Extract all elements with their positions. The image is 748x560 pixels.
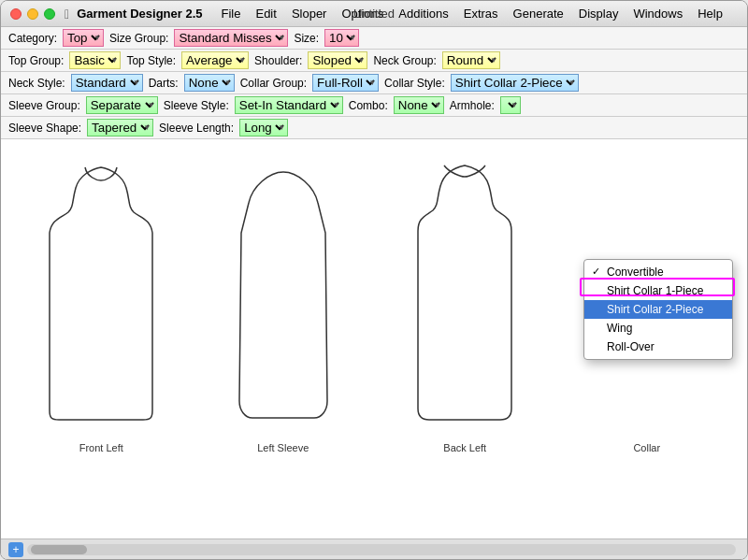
panel-label-front-left: Front Left xyxy=(79,442,123,453)
traffic-lights xyxy=(10,8,55,20)
menu-extras[interactable]: Extras xyxy=(456,5,506,22)
armhole-select[interactable] xyxy=(500,96,521,114)
sleeve-style-wrapper: Set-In Standard xyxy=(235,96,343,114)
menu-windows[interactable]: Windows xyxy=(626,5,690,22)
panel-front-left: Front Left xyxy=(10,158,193,453)
menu-additions[interactable]: Additions xyxy=(391,5,455,22)
sleeve-group-label: Sleeve Group: xyxy=(8,99,80,112)
top-group-select[interactable]: Basic xyxy=(69,51,121,69)
title-bar:  Garment Designer 2.5 File Edit Sloper … xyxy=(1,1,747,27)
collar-group-wrapper: Full-Roll xyxy=(312,74,379,92)
darts-select[interactable]: None xyxy=(184,74,235,92)
armhole-label: Armhole: xyxy=(450,99,495,112)
sleeve-shape-label: Sleeve Shape: xyxy=(8,122,81,135)
combo-label: Combo: xyxy=(349,99,388,112)
neck-group-label: Neck Group: xyxy=(373,54,436,67)
toolbar-container: Category: Top Size Group: Standard Misse… xyxy=(1,27,747,139)
status-left: + xyxy=(8,542,23,557)
pattern-svg-back-left xyxy=(409,158,521,438)
scrollbar-thumb[interactable] xyxy=(31,545,87,554)
size-group-label: Size Group: xyxy=(109,32,168,45)
category-wrapper: Top xyxy=(63,29,104,47)
sleeve-length-select[interactable]: Long xyxy=(239,119,288,136)
status-bar: + xyxy=(1,538,747,559)
top-style-wrapper: Average xyxy=(181,51,249,69)
size-group-select[interactable]: Standard Misses xyxy=(174,29,288,47)
top-style-label: Top Style: xyxy=(126,54,176,67)
menu-help[interactable]: Help xyxy=(690,5,730,22)
maximize-button[interactable] xyxy=(44,8,55,20)
pattern-canvas-left-sleeve xyxy=(232,158,335,438)
menu-options[interactable]: Options xyxy=(334,5,391,22)
shoulder-label: Shoulder: xyxy=(254,54,302,67)
neck-style-select[interactable]: Standard xyxy=(71,74,143,92)
size-label: Size: xyxy=(294,32,319,45)
neck-group-wrapper: Round xyxy=(442,51,500,69)
dropdown-item-roll-over[interactable]: Roll-Over xyxy=(584,337,732,356)
add-button[interactable]: + xyxy=(8,542,23,557)
sleeve-shape-select[interactable]: Tapered xyxy=(87,119,153,136)
sleeve-group-select[interactable]: Separate xyxy=(86,96,158,114)
toolbar-row-1: Category: Top Size Group: Standard Misse… xyxy=(1,27,747,50)
neck-style-label: Neck Style: xyxy=(8,77,65,90)
dropdown-item-shirt-collar-1[interactable]: Shirt Collar 1-Piece xyxy=(584,281,732,300)
top-style-select[interactable]: Average xyxy=(181,51,249,69)
darts-label: Darts: xyxy=(149,77,179,90)
collar-style-select[interactable]: Shirt Collar 2-Piece xyxy=(451,74,579,92)
horizontal-scrollbar[interactable] xyxy=(27,544,736,555)
app-name: Garment Designer 2.5 xyxy=(77,7,202,21)
darts-wrapper: None xyxy=(184,74,235,92)
size-wrapper: 10 xyxy=(324,29,359,47)
pattern-canvas-back-left xyxy=(409,158,521,438)
combo-wrapper: None xyxy=(394,96,444,114)
toolbar-row-5: Sleeve Shape: Tapered Sleeve Length: Lon… xyxy=(1,117,747,139)
menu-bar: Garment Designer 2.5 File Edit Sloper Op… xyxy=(77,5,738,22)
collar-group-select[interactable]: Full-Roll xyxy=(312,74,379,92)
toolbar-row-3: Neck Style: Standard Darts: None Collar … xyxy=(1,72,747,94)
apple-logo-icon:  xyxy=(65,7,69,22)
dropdown-item-convertible[interactable]: Convertible xyxy=(584,263,732,281)
dropdown-item-wing[interactable]: Wing xyxy=(584,319,732,337)
menu-sloper[interactable]: Sloper xyxy=(284,5,335,22)
collar-style-dropdown: Convertible Shirt Collar 1-Piece Shirt C… xyxy=(583,259,733,360)
main-content: Front Left Left Sleeve xyxy=(1,139,747,538)
pattern-canvas-front-left xyxy=(40,158,162,438)
collar-style-label: Collar Style: xyxy=(384,77,445,90)
sleeve-length-label: Sleeve Length: xyxy=(159,122,234,135)
panel-left-sleeve: Left Sleeve xyxy=(193,158,375,453)
sleeve-length-wrapper: Long xyxy=(239,119,288,136)
dropdown-item-shirt-collar-2[interactable]: Shirt Collar 2-Piece xyxy=(584,300,732,319)
sleeve-style-label: Sleeve Style: xyxy=(164,99,229,112)
sleeve-group-wrapper: Separate xyxy=(86,96,158,114)
sleeve-style-select[interactable]: Set-In Standard xyxy=(235,96,343,114)
sleeve-shape-wrapper: Tapered xyxy=(87,119,153,136)
size-select[interactable]: 10 xyxy=(324,29,359,47)
armhole-wrapper xyxy=(500,96,521,114)
minimize-button[interactable] xyxy=(27,8,38,20)
shoulder-wrapper: Sloped xyxy=(308,51,367,69)
menu-generate[interactable]: Generate xyxy=(506,5,571,22)
size-group-wrapper: Standard Misses xyxy=(174,29,288,47)
neck-style-wrapper: Standard xyxy=(71,74,143,92)
menu-edit[interactable]: Edit xyxy=(248,5,283,22)
shoulder-select[interactable]: Sloped xyxy=(308,51,367,69)
category-label: Category: xyxy=(8,32,57,45)
panel-label-left-sleeve: Left Sleeve xyxy=(257,442,309,453)
menu-file[interactable]: File xyxy=(214,5,249,22)
close-button[interactable] xyxy=(10,8,22,20)
toolbar-row-2: Top Group: Basic Top Style: Average Shou… xyxy=(1,50,747,72)
category-select[interactable]: Top xyxy=(63,29,104,47)
toolbar-row-4: Sleeve Group: Separate Sleeve Style: Set… xyxy=(1,94,747,117)
collar-group-label: Collar Group: xyxy=(240,77,307,90)
combo-select[interactable]: None xyxy=(394,96,444,114)
neck-group-select[interactable]: Round xyxy=(442,51,500,69)
pattern-svg-front-left xyxy=(40,158,162,438)
top-group-wrapper: Basic xyxy=(69,51,121,69)
collar-style-wrapper: Shirt Collar 2-Piece xyxy=(451,74,579,92)
top-group-label: Top Group: xyxy=(8,54,64,67)
panel-back-left: Back Left xyxy=(374,158,556,453)
pattern-svg-left-sleeve xyxy=(232,158,335,438)
app-window:  Garment Designer 2.5 File Edit Sloper … xyxy=(0,0,748,560)
panel-label-back-left: Back Left xyxy=(443,442,486,453)
menu-display[interactable]: Display xyxy=(571,5,626,22)
